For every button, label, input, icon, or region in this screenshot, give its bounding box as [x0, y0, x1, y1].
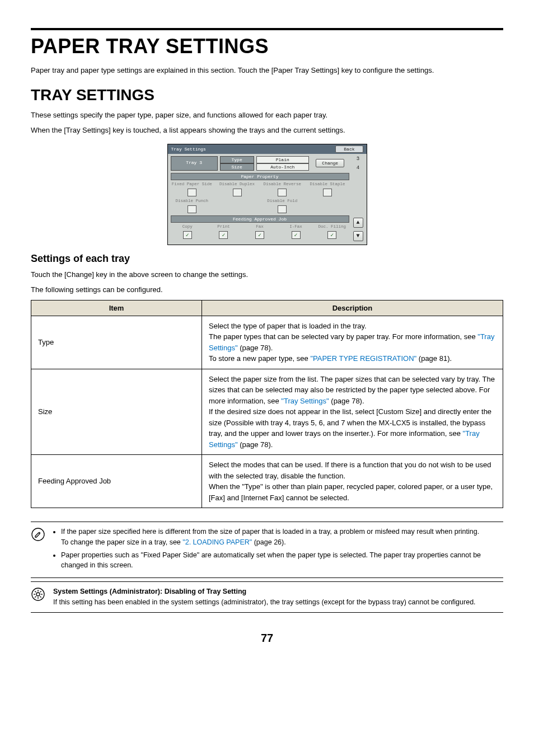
table-header-desc: Description [202, 300, 503, 316]
table-desc: Select the modes that can be used. If th… [202, 455, 503, 508]
lcd-size-value: Auto-Inch [256, 163, 310, 171]
svg-point-2 [36, 593, 40, 596]
lcd-prop-reverse: Disable Reverse [264, 182, 302, 187]
table-row: Feeding Approved Job Select the modes th… [31, 455, 503, 508]
section-text-1: These settings specify the paper type, p… [31, 110, 503, 121]
svg-point-0 [32, 528, 44, 541]
lcd-job-print: Print [217, 224, 230, 230]
lcd-job-ifax: I-Fax [289, 224, 302, 230]
lcd-size-label: Size [220, 163, 254, 171]
svg-line-9 [35, 597, 36, 598]
table-item: Type [31, 316, 202, 369]
lcd-back-button[interactable]: Back [335, 145, 363, 153]
note-bullet: Paper properties such as "Fixed Paper Si… [61, 550, 503, 571]
page-title: PAPER TRAY SETTINGS [31, 35, 503, 58]
lcd-scroll-up-button[interactable]: ▲ [353, 218, 363, 228]
lcd-checkbox[interactable] [278, 189, 287, 196]
intro-text: Paper tray and paper type settings are e… [31, 65, 503, 76]
lcd-prop-fixed: Fixed Paper Side [172, 182, 212, 187]
lcd-job-fax: Fax [256, 224, 264, 230]
lcd-side-number: 4 [357, 165, 359, 171]
table-desc: Select the type of paper that is loaded … [202, 316, 503, 369]
svg-line-7 [35, 591, 36, 592]
table-desc: Select the paper size from the list. The… [202, 369, 503, 455]
note-title: System Settings (Administrator): Disabli… [53, 588, 246, 595]
note-block: System Settings (Administrator): Disabli… [31, 581, 503, 613]
pencil-icon [31, 527, 45, 573]
link-tray-settings[interactable]: "Tray Settings" [281, 397, 329, 405]
subsection-text-1: Touch the [Change] key in the above scre… [31, 269, 503, 280]
svg-line-10 [40, 591, 41, 592]
lcd-prop-duplex: Disable Duplex [219, 182, 255, 187]
subsection-text-2: The following settings can be configured… [31, 284, 503, 295]
lcd-checkbox[interactable] [188, 189, 196, 196]
table-header-item: Item [31, 300, 202, 316]
lcd-screenshot: Tray Settings Back Tray 3 Type Size Plai… [31, 144, 503, 245]
lcd-checkbox-on[interactable] [255, 231, 264, 239]
lcd-checkbox[interactable] [233, 189, 242, 196]
table-row: Type Select the type of paper that is lo… [31, 316, 503, 369]
settings-table: Item Description Type Select the type of… [31, 300, 503, 509]
lcd-checkbox[interactable] [323, 189, 332, 196]
lcd-checkbox-on[interactable] [219, 231, 228, 239]
lcd-paper-property-strip: Paper Property [171, 173, 349, 180]
lcd-title: Tray Settings [171, 147, 206, 152]
lcd-feeding-strip: Feeding Approved Job [171, 215, 349, 223]
lcd-type-value: Plain [256, 156, 310, 163]
section-heading: TRAY SETTINGS [31, 86, 503, 104]
lcd-checkbox[interactable] [188, 205, 196, 213]
gear-icon [31, 586, 45, 608]
subsection-heading: Settings of each tray [31, 253, 503, 265]
lcd-job-copy: Copy [182, 224, 193, 230]
note-bullet: If the paper size specified here is diff… [61, 527, 503, 548]
table-row: Size Select the paper size from the list… [31, 369, 503, 455]
lcd-checkbox[interactable] [278, 205, 287, 213]
lcd-prop-staple: Disable Staple [310, 182, 345, 187]
lcd-scroll-down-button[interactable]: ▼ [353, 231, 363, 241]
lcd-side-number: 3 [357, 156, 359, 162]
table-item: Size [31, 369, 202, 455]
lcd-prop-punch: Disable Punch [176, 199, 209, 204]
link-loading-paper[interactable]: "2. LOADING PAPER" [182, 538, 252, 546]
lcd-tray-label: Tray 3 [171, 156, 218, 171]
link-paper-type-registration[interactable]: "PAPER TYPE REGISTRATION" [310, 354, 416, 363]
note-block: If the paper size specified here is diff… [31, 522, 503, 578]
lcd-checkbox-on[interactable] [292, 231, 301, 239]
lcd-job-docfiling: Doc. Filing [318, 224, 346, 230]
page-number: 77 [31, 632, 503, 645]
lcd-checkbox-on[interactable] [183, 231, 192, 239]
svg-line-8 [40, 597, 41, 598]
top-rule [31, 28, 503, 30]
note-body: If this setting has been enabled in the … [53, 598, 476, 606]
lcd-prop-fold: Disable Fold [267, 199, 297, 204]
table-item: Feeding Approved Job [31, 455, 202, 508]
lcd-checkbox-on[interactable] [327, 231, 336, 239]
lcd-type-label: Type [220, 156, 254, 163]
section-text-2: When the [Tray Settings] key is touched,… [31, 125, 503, 136]
lcd-change-button[interactable]: Change [316, 159, 344, 167]
